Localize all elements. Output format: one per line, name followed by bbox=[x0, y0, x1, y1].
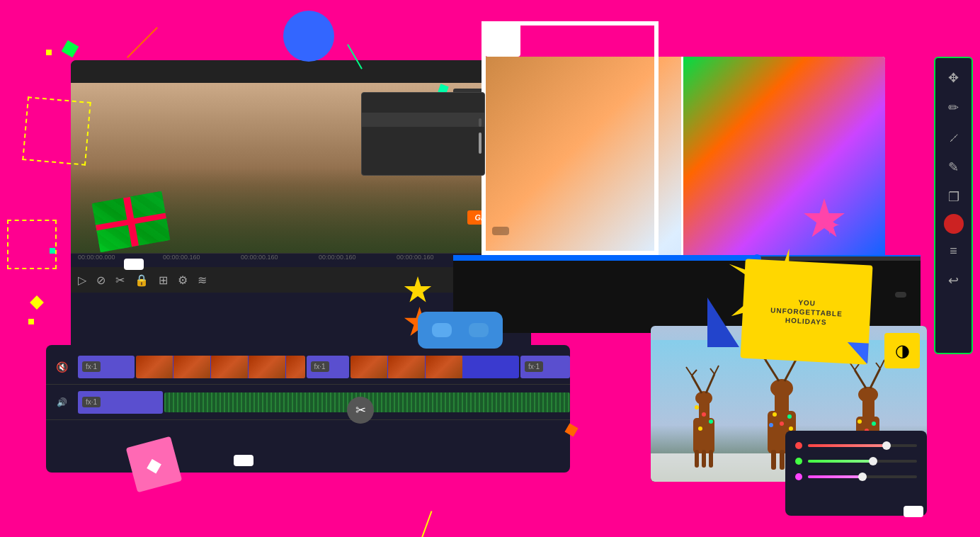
blend-scrollbar bbox=[479, 118, 482, 127]
svg-point-32 bbox=[773, 412, 777, 417]
stop-icon[interactable]: ⊘ bbox=[96, 273, 106, 287]
record-button[interactable] bbox=[944, 214, 964, 234]
move-icon: ✥ bbox=[948, 70, 959, 86]
pencil-tool[interactable]: ✎ bbox=[941, 154, 967, 180]
blend-dropdown bbox=[361, 92, 485, 176]
deco-dot-3 bbox=[28, 319, 34, 324]
aspect-ratio-badge bbox=[895, 292, 906, 298]
progress-bar-fill bbox=[453, 256, 757, 261]
vid-thumb-5 bbox=[286, 356, 305, 378]
svg-point-4 bbox=[695, 391, 712, 405]
sticker-icon: ◆ bbox=[144, 451, 165, 478]
green-slider-track[interactable] bbox=[808, 460, 917, 463]
settings-icon2[interactable]: ⚙ bbox=[178, 273, 188, 287]
color-panel bbox=[785, 431, 927, 516]
svg-point-35 bbox=[769, 423, 773, 427]
dashed-border-decoration2 bbox=[7, 220, 57, 269]
vid-thumb-6 bbox=[351, 356, 387, 378]
timeline-tracks: 🔇 fx·1 fx·1 bbox=[46, 345, 570, 424]
thumb-strip-2 bbox=[351, 356, 462, 378]
cut-icon[interactable]: ✂ bbox=[115, 273, 125, 287]
vid-thumb-1 bbox=[136, 356, 173, 378]
blend-multiply[interactable] bbox=[362, 141, 484, 155]
svg-rect-12 bbox=[702, 450, 706, 468]
copy-icon: ❐ bbox=[948, 189, 959, 205]
menu-icon: ≡ bbox=[950, 244, 957, 259]
svg-point-14 bbox=[695, 405, 699, 409]
red-slider-thumb[interactable] bbox=[882, 441, 891, 450]
btn-forward[interactable] bbox=[518, 292, 524, 298]
copy-tool[interactable]: ❐ bbox=[941, 184, 967, 210]
blend-screen[interactable] bbox=[362, 155, 484, 169]
btn-back[interactable] bbox=[490, 292, 496, 298]
track-thumbs-v2 bbox=[351, 356, 520, 378]
track-label-a1: 🔊 bbox=[46, 397, 78, 407]
time-0: 00:00:00.000 bbox=[78, 254, 115, 261]
svg-point-15 bbox=[702, 412, 706, 417]
pen-tool[interactable]: ✏ bbox=[941, 95, 967, 120]
brush-icon: ⟋ bbox=[947, 130, 961, 146]
blend-color-burn[interactable] bbox=[362, 98, 484, 113]
svg-point-17 bbox=[698, 426, 702, 431]
lock-icon[interactable]: 🔒 bbox=[135, 273, 149, 287]
vid-thumb-2 bbox=[173, 356, 210, 378]
brush-tool[interactable]: ⟋ bbox=[941, 125, 967, 150]
svg-rect-30 bbox=[780, 450, 785, 470]
track-clip-v1[interactable]: fx·1 bbox=[78, 356, 135, 378]
editor-menubar bbox=[71, 60, 531, 83]
sparkle-icon-box bbox=[485, 21, 520, 57]
blue-triangle bbox=[707, 298, 739, 347]
format-convert-badge bbox=[418, 312, 503, 349]
play-icon[interactable]: ▷ bbox=[78, 273, 86, 287]
color-bg-right bbox=[683, 57, 885, 269]
deco-dot-1 bbox=[46, 50, 52, 55]
track-clip-v2[interactable]: fx·1 bbox=[307, 356, 349, 378]
btn-rewind[interactable] bbox=[476, 292, 482, 298]
right-toolbar: ✥ ✏ ⟋ ✎ ❐ ≡ ↩ bbox=[934, 57, 973, 354]
pink-slider-track[interactable] bbox=[808, 475, 917, 478]
fx-label-v2: fx·1 bbox=[311, 361, 329, 372]
dashed-border-decoration bbox=[22, 96, 91, 166]
move-tool[interactable]: ✥ bbox=[941, 65, 967, 91]
red-slider-track[interactable] bbox=[808, 444, 917, 447]
progress-bar-container[interactable] bbox=[453, 256, 921, 261]
svg-point-49 bbox=[858, 419, 862, 424]
svg-point-16 bbox=[709, 419, 713, 424]
audio-track-1: 🔊 fx·1 bbox=[46, 385, 570, 420]
pink-star-top-right: ✦ bbox=[818, 209, 842, 242]
track-content-v1: fx·1 fx·1 bbox=[78, 354, 570, 380]
blend-lighten[interactable] bbox=[362, 127, 484, 141]
svg-point-39 bbox=[858, 387, 878, 402]
track-thumbs-v1 bbox=[136, 356, 305, 378]
svg-rect-11 bbox=[695, 450, 699, 468]
pink-slider-fill bbox=[808, 475, 862, 478]
badge-symbol: ◑ bbox=[895, 341, 910, 361]
vid-thumb-8 bbox=[426, 356, 462, 378]
track-clip-audio[interactable]: fx·1 bbox=[78, 391, 163, 414]
pink-slider-thumb[interactable] bbox=[858, 473, 867, 481]
time-1: 00:00:00.160 bbox=[163, 254, 200, 261]
vid-thumb-4 bbox=[249, 356, 285, 378]
undo-button[interactable]: ↩ bbox=[941, 268, 967, 293]
filter-icon[interactable]: ≋ bbox=[198, 273, 207, 287]
pen-icon: ✏ bbox=[948, 100, 959, 115]
cut-badge[interactable]: ✂ bbox=[347, 397, 374, 424]
svg-rect-29 bbox=[771, 450, 776, 470]
thumb-strip-1 bbox=[136, 356, 305, 378]
track-clip-v3[interactable]: fx·1 bbox=[520, 356, 570, 378]
overlay-modes-label bbox=[492, 227, 509, 235]
blend-hard-light[interactable] bbox=[362, 113, 484, 127]
fx-label-v1: fx·1 bbox=[82, 361, 101, 372]
crop-icon[interactable]: ⊞ bbox=[159, 273, 168, 287]
vid-thumb-3 bbox=[211, 356, 248, 378]
vid-thumb-7 bbox=[388, 356, 425, 378]
menu-button[interactable]: ≡ bbox=[941, 238, 967, 264]
pink-dot bbox=[795, 473, 802, 480]
green-slider-thumb[interactable] bbox=[869, 457, 877, 465]
svg-point-33 bbox=[780, 422, 784, 426]
pink-slider-row bbox=[795, 473, 917, 480]
btn-play[interactable] bbox=[504, 292, 510, 298]
track-content-a1: fx·1 bbox=[78, 390, 570, 415]
time-3: 00:00:00.160 bbox=[319, 254, 356, 261]
btn-end[interactable] bbox=[532, 292, 538, 298]
